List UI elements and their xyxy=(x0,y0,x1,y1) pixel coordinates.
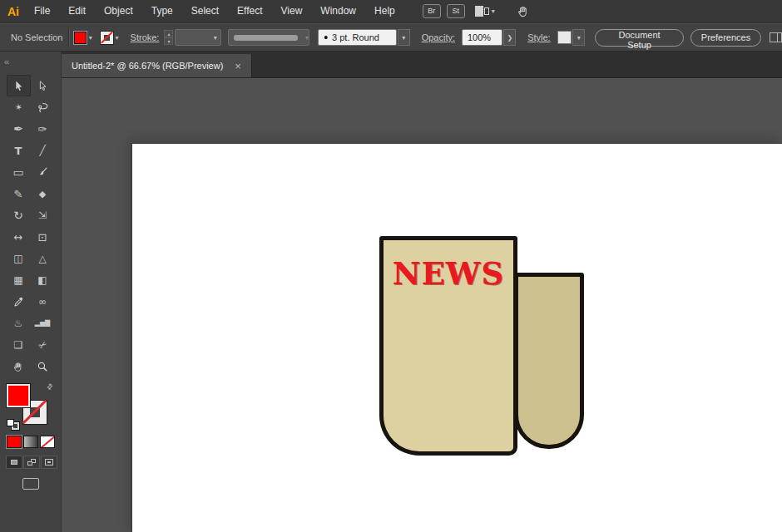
collapse-panel-icon[interactable]: « xyxy=(4,57,9,66)
eraser-tool-icon: ◆ xyxy=(31,183,55,204)
illustrator-window: Ai FileEditObjectTypeSelectEffectViewWin… xyxy=(0,0,782,532)
draw-normal-button[interactable] xyxy=(6,456,22,469)
paintbrush-tool[interactable] xyxy=(31,161,55,183)
preferences-button[interactable]: Preferences xyxy=(690,29,761,47)
direct-selection-tool-icon xyxy=(31,75,55,96)
workspace-switcher[interactable]: ▾ xyxy=(475,6,495,17)
canvas[interactable]: NEWS xyxy=(62,78,782,532)
tab-bar: Untitled-2* @ 66.67% (RGB/Preview) × xyxy=(62,52,782,78)
width-profile-chevron-icon[interactable]: ▾ xyxy=(305,34,309,42)
symbol-sprayer-tool[interactable]: ♨ xyxy=(7,313,31,334)
shape-builder-tool[interactable]: ◫ xyxy=(7,248,31,269)
menu-effect[interactable]: Effect xyxy=(228,0,271,22)
hand-tool[interactable] xyxy=(7,356,31,377)
document-setup-button[interactable]: Document Setup xyxy=(595,29,684,47)
fill-color-swatch[interactable] xyxy=(74,32,87,44)
news-back-page[interactable] xyxy=(514,273,584,449)
free-transform-tool[interactable]: ⊡ xyxy=(31,226,55,248)
width-tool-icon: ↔ xyxy=(7,226,31,248)
color-button[interactable] xyxy=(7,436,22,448)
default-fill-stroke-icon[interactable] xyxy=(7,419,19,430)
tools-panel: « ✶✒✑T╱▭✎◆↻⇲↔⊡◫△▦◧∞♨▂▅▇❏✂ ⇄ xyxy=(0,52,62,532)
line-segment-tool[interactable]: ╱ xyxy=(31,140,55,161)
touch-workspace-icon[interactable] xyxy=(517,5,530,18)
blend-tool[interactable]: ∞ xyxy=(31,291,55,313)
artboard-tool[interactable]: ❏ xyxy=(7,334,31,356)
draw-inside-button[interactable] xyxy=(41,456,57,469)
menu-object[interactable]: Object xyxy=(95,0,142,22)
bridge-button[interactable]: Br xyxy=(423,4,441,18)
style-swatch[interactable] xyxy=(557,31,572,44)
curvature-tool[interactable]: ✑ xyxy=(31,118,55,140)
tools-panel-header: « xyxy=(0,52,61,65)
opacity-label[interactable]: Opacity: xyxy=(422,32,455,42)
stroke-chevron-icon[interactable]: ▾ xyxy=(116,34,119,42)
stroke-weight-chevron-icon[interactable]: ▾ xyxy=(214,34,217,42)
menu-file[interactable]: File xyxy=(25,0,59,22)
selection-tool[interactable] xyxy=(7,75,31,96)
menu-edit[interactable]: Edit xyxy=(59,0,95,22)
menu-help[interactable]: Help xyxy=(365,0,404,22)
opacity-field[interactable]: 100% xyxy=(462,29,502,46)
opacity-options-button[interactable]: ❯ xyxy=(503,29,516,46)
stock-button[interactable]: St xyxy=(447,4,465,18)
selection-tool-icon xyxy=(7,75,31,96)
swap-fill-stroke-icon[interactable]: ⇄ xyxy=(45,382,55,392)
type-tool[interactable]: T xyxy=(7,140,31,161)
menu-type[interactable]: Type xyxy=(142,0,182,22)
lasso-tool[interactable] xyxy=(31,96,55,118)
pen-tool-icon: ✒ xyxy=(7,118,31,140)
pencil-tool[interactable]: ✎ xyxy=(7,183,31,204)
eraser-tool[interactable]: ◆ xyxy=(31,183,55,204)
scale-tool[interactable]: ⇲ xyxy=(31,204,55,226)
brush-name: 3 pt. Round xyxy=(332,32,379,42)
brush-chevron-button[interactable]: ▾ xyxy=(398,29,410,46)
none-button[interactable] xyxy=(40,436,55,448)
panel-dock-icon[interactable] xyxy=(770,32,782,42)
symbol-sprayer-tool-icon: ♨ xyxy=(7,313,31,334)
stroke-weight-stepper[interactable]: ▴ ▾ xyxy=(164,30,173,45)
rectangle-tool[interactable]: ▭ xyxy=(7,161,31,183)
gradient-tool[interactable]: ◧ xyxy=(31,269,55,291)
separator xyxy=(68,28,69,47)
fill-chevron-icon[interactable]: ▾ xyxy=(89,34,92,42)
tab-close-icon[interactable]: × xyxy=(235,60,241,72)
brush-definition-combo[interactable]: • 3 pt. Round xyxy=(318,29,397,46)
gradient-button[interactable] xyxy=(23,436,38,448)
screen-mode-row xyxy=(0,478,62,490)
mesh-tool[interactable]: ▦ xyxy=(7,269,31,291)
lasso-tool-icon xyxy=(31,96,55,118)
magic-wand-tool[interactable]: ✶ xyxy=(7,96,31,118)
slice-tool[interactable]: ✂ xyxy=(31,334,55,356)
fill-indicator[interactable] xyxy=(7,384,30,407)
eyedropper-tool[interactable] xyxy=(7,291,31,313)
style-chevron-button[interactable]: ▾ xyxy=(572,29,585,46)
menu-select[interactable]: Select xyxy=(182,0,228,22)
perspective-grid-tool[interactable]: △ xyxy=(31,248,55,269)
artboard[interactable]: NEWS xyxy=(132,144,782,532)
rotate-tool[interactable]: ↻ xyxy=(7,204,31,226)
stepper-up-icon[interactable]: ▴ xyxy=(164,30,173,37)
screen-mode-button[interactable] xyxy=(22,478,39,490)
color-mode-buttons xyxy=(7,436,55,448)
news-headline[interactable]: NEWS xyxy=(386,257,511,291)
zoom-tool[interactable] xyxy=(31,356,55,377)
document-tab[interactable]: Untitled-2* @ 66.67% (RGB/Preview) × xyxy=(62,54,252,77)
app-logo[interactable]: Ai xyxy=(7,5,19,18)
stroke-color-swatch[interactable] xyxy=(101,32,113,44)
curvature-tool-icon: ✑ xyxy=(31,118,55,140)
opacity-value: 100% xyxy=(468,32,491,42)
pen-tool[interactable]: ✒ xyxy=(7,118,31,140)
hand-tool-icon xyxy=(7,356,31,377)
menu-window[interactable]: Window xyxy=(311,0,365,22)
direct-selection-tool[interactable] xyxy=(31,75,55,96)
stroke-weight-label[interactable]: Stroke: xyxy=(131,32,160,42)
style-label[interactable]: Style: xyxy=(527,32,551,42)
menu-view[interactable]: View xyxy=(272,0,312,22)
magic-wand-tool-icon: ✶ xyxy=(4,94,32,120)
stepper-down-icon[interactable]: ▾ xyxy=(164,37,173,45)
draw-behind-button[interactable] xyxy=(23,456,40,469)
width-tool[interactable]: ↔ xyxy=(7,226,31,248)
width-profile-combo[interactable]: ▾ xyxy=(228,29,309,46)
stroke-weight-combo[interactable]: ▾ xyxy=(175,29,220,46)
